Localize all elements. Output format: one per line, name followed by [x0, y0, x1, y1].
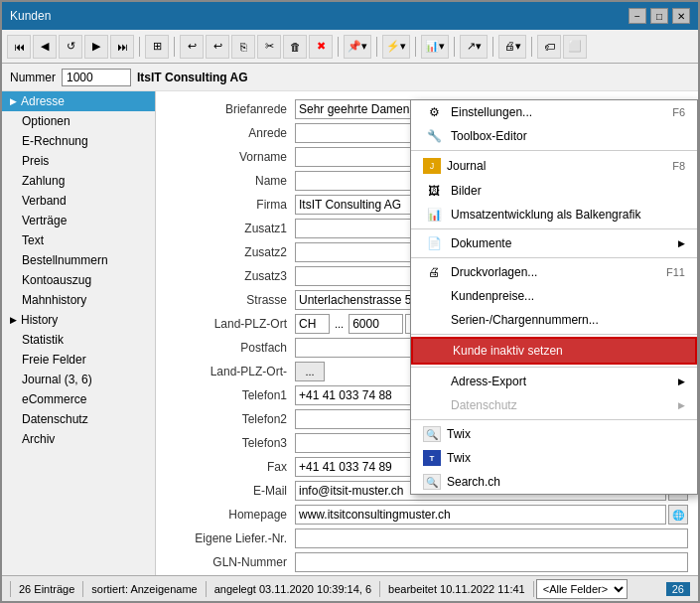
context-datenschutz[interactable]: Datenschutz ▶: [411, 393, 697, 417]
sidebar-item-adresse[interactable]: ▶ Adresse: [2, 91, 155, 111]
eigene-liefernr-row: Eigene Liefer.-Nr.: [166, 528, 688, 548]
main-window: Kunden − □ ✕ ⏮ ◀ ↺ ▶ ⏭ ⊞ ↩ ↩ ⎘ ✂ 🗑 ✖ 📌▾ …: [0, 0, 700, 603]
undo-button[interactable]: ↩: [180, 35, 204, 59]
zusatz1-label: Zusatz1: [166, 222, 295, 235]
context-search-ch[interactable]: 🔍 Search.ch: [411, 470, 697, 494]
grid-button[interactable]: ⊞: [145, 35, 169, 59]
main-content: ▶ Adresse Optionen E-Rechnung Preis Zahl…: [2, 91, 698, 575]
homepage-label: Homepage: [166, 508, 295, 522]
minimize-button[interactable]: −: [629, 8, 646, 24]
status-created: angelegt 03.11.2020 10:39:14, 6: [207, 581, 380, 597]
context-kundenpreise[interactable]: Kundenpreise...: [411, 284, 697, 308]
context-sep-4: [411, 334, 697, 335]
homepage-open-button[interactable]: 🌐: [668, 505, 688, 525]
land-input[interactable]: [295, 314, 330, 334]
homepage-input[interactable]: [295, 505, 666, 525]
chart-icon: 📊: [423, 208, 445, 222]
sidebar-item-e-rechnung[interactable]: E-Rechnung: [2, 131, 155, 151]
sidebar-item-datenschutz[interactable]: Datenschutz: [2, 409, 155, 429]
dots-sep: ...: [332, 318, 347, 330]
context-kunde-inaktiv[interactable]: Kunde inaktiv setzen: [411, 337, 697, 365]
sidebar: ▶ Adresse Optionen E-Rechnung Preis Zahl…: [2, 91, 156, 575]
sidebar-item-ecommerce[interactable]: eCommerce: [2, 389, 155, 409]
sidebar-item-optionen[interactable]: Optionen: [2, 111, 155, 131]
cut-button[interactable]: ✂: [257, 35, 281, 59]
context-adress-export[interactable]: Adress-Export ▶: [411, 370, 697, 393]
sidebar-item-history[interactable]: ▶ History: [2, 310, 155, 330]
toolbar-sep-3: [338, 37, 339, 57]
sidebar-item-text[interactable]: Text: [2, 230, 155, 250]
arrow-icon: ▶: [10, 96, 17, 106]
datenschutz-arrow-icon: ▶: [678, 400, 685, 410]
gln-label: GLN-Nummer: [166, 555, 295, 569]
toolbar-sep-7: [492, 37, 493, 57]
sidebar-item-verband[interactable]: Verband: [2, 191, 155, 211]
context-sep-5: [411, 367, 697, 368]
context-sep-3: [411, 257, 697, 258]
email-label: E-Mail: [166, 484, 295, 498]
sidebar-item-zahlung[interactable]: Zahlung: [2, 171, 155, 191]
extra-button[interactable]: ⬜: [563, 35, 587, 59]
context-menu: ⚙ Einstellungen... F6 🔧 Toolbox-Editor: [410, 99, 698, 495]
context-sep-twix: [411, 419, 697, 420]
nav-next-button[interactable]: ▶: [84, 35, 108, 59]
sidebar-item-statistik[interactable]: Statistik: [2, 330, 155, 350]
chart-dropdown-button[interactable]: 📊▾: [421, 35, 449, 59]
gear-icon: ⚙: [423, 105, 445, 119]
number-input[interactable]: [62, 69, 131, 86]
number-bar: Nummer ItsIT Consulting AG: [2, 64, 698, 91]
eigene-liefernr-label: Eigene Liefer.-Nr.: [166, 531, 295, 545]
close-record-button[interactable]: ✖: [309, 35, 333, 59]
context-umsatzentwicklung[interactable]: 📊 Umsatzentwicklung als Balkengrafik: [411, 203, 697, 226]
status-edited: bearbeitet 10.11.2022 11:41: [380, 581, 534, 597]
fields-dropdown[interactable]: <Alle Felder>: [536, 579, 628, 599]
context-journal[interactable]: J Journal F8: [411, 153, 697, 179]
adress-export-arrow-icon: ▶: [678, 377, 685, 386]
sidebar-item-journal[interactable]: Journal (3, 6): [2, 370, 155, 389]
sidebar-item-mahnhistory[interactable]: Mahnhistory: [2, 290, 155, 310]
copy-button[interactable]: ⎘: [231, 35, 255, 59]
nav-last-button[interactable]: ⏭: [110, 35, 134, 59]
company-name-display: ItsIT Consulting AG: [137, 71, 248, 84]
toolbar-sep-5: [415, 37, 416, 57]
context-druckvorlagen[interactable]: 🖨 Druckvorlagen... F11: [411, 260, 697, 284]
land-plz-ort-label: Land-PLZ-Ort: [166, 317, 295, 331]
plz-input[interactable]: [349, 314, 403, 334]
status-bar: 26 Einträge sortiert: Anzeigename angele…: [2, 575, 698, 601]
export-dropdown-button[interactable]: ↗▾: [460, 35, 488, 59]
context-twix1[interactable]: 🔍 Twix: [411, 422, 697, 446]
nav-refresh-button[interactable]: ↺: [59, 35, 82, 59]
search-ch-icon: 🔍: [423, 474, 441, 490]
context-einstellungen[interactable]: ⚙ Einstellungen... F6: [411, 100, 697, 124]
maximize-button[interactable]: □: [650, 8, 668, 24]
context-bilder[interactable]: 🖼 Bilder: [411, 179, 697, 203]
filter-dropdown-button[interactable]: ⚡▾: [382, 35, 410, 59]
pin-dropdown-button[interactable]: 📌▾: [344, 35, 371, 59]
telefon1-label: Telefon1: [166, 388, 295, 402]
sidebar-item-kontoauszug[interactable]: Kontoauszug: [2, 270, 155, 290]
context-twix2[interactable]: T Twix: [411, 446, 697, 470]
delete-button[interactable]: 🗑: [283, 35, 307, 59]
eigene-liefernr-input[interactable]: [295, 528, 688, 548]
nav-prev-button[interactable]: ◀: [33, 35, 57, 59]
sidebar-item-vertraege[interactable]: Verträge: [2, 211, 155, 230]
toolbar-sep-1: [139, 37, 140, 57]
land-plz-ort2-btn[interactable]: ...: [295, 362, 325, 381]
close-button[interactable]: ✕: [672, 8, 690, 24]
context-toolbox-editor[interactable]: 🔧 Toolbox-Editor: [411, 124, 697, 148]
sidebar-item-preis[interactable]: Preis: [2, 151, 155, 171]
sidebar-item-freie-felder[interactable]: Freie Felder: [2, 350, 155, 370]
window-title: Kunden: [10, 9, 51, 23]
print-dropdown-button[interactable]: 🖨▾: [498, 35, 526, 59]
bilder-icon: 🖼: [423, 184, 445, 198]
label-button[interactable]: 🏷: [537, 35, 561, 59]
sidebar-item-bestellnummern[interactable]: Bestellnummern: [2, 250, 155, 270]
context-serien-chargennummern[interactable]: Serien-/Chargennummern...: [411, 308, 697, 332]
nav-first-button[interactable]: ⏮: [7, 35, 31, 59]
gln-input[interactable]: [295, 552, 688, 572]
postfach-label: Postfach: [166, 341, 295, 355]
redo-button[interactable]: ↩: [206, 35, 229, 59]
context-dokumente[interactable]: 📄 Dokumente ▶: [411, 231, 697, 255]
sidebar-item-archiv[interactable]: Archiv: [2, 429, 155, 449]
search-icon-twix1: 🔍: [423, 426, 441, 442]
